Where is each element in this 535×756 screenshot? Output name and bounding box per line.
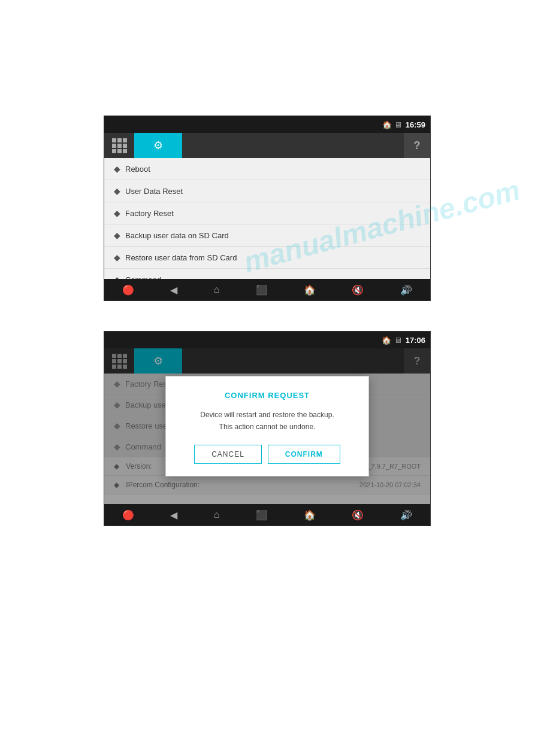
signal-icon-2: 🖥 xyxy=(394,336,402,345)
help-label-1: ? xyxy=(414,139,421,152)
recent-icon-2[interactable]: ⬛ xyxy=(256,509,268,521)
gear-icon-1: ⚙ xyxy=(153,139,163,152)
home-nav-icon-1[interactable]: ⌂ xyxy=(214,284,220,295)
dialog-title: CONFIRM REQUEST xyxy=(183,391,352,400)
status-bar-2: 🏠 🖥 17:06 xyxy=(104,332,430,348)
recent-icon-1[interactable]: ⬛ xyxy=(256,284,268,296)
back-icon-1[interactable]: ◀ xyxy=(170,284,177,296)
status-icons-2: 🏠 🖥 xyxy=(382,335,401,345)
time-display-1: 16:59 xyxy=(406,120,425,129)
menu-item-user-data-reset[interactable]: ◆ User Data Reset xyxy=(104,180,430,202)
toolbar-1: ⚙ ? xyxy=(104,133,430,158)
mute-icon-1[interactable]: 🔇 xyxy=(352,284,364,296)
menu-item-reboot[interactable]: ◆ Reboot xyxy=(104,158,430,180)
bullet-backup: ◆ xyxy=(114,230,120,240)
bullet-restore: ◆ xyxy=(114,253,120,262)
confirm-button[interactable]: CONFIRM xyxy=(268,445,340,464)
dialog-body: Device will restart and restore the back… xyxy=(183,409,352,432)
person-icon-1[interactable]: 🔴 xyxy=(122,284,134,296)
back-icon-2[interactable]: ◀ xyxy=(170,509,177,521)
menu-item-factory-reset[interactable]: ◆ Factory Reset xyxy=(104,202,430,224)
mute-icon-2[interactable]: 🔇 xyxy=(352,509,364,521)
tab-spacer-1 xyxy=(182,133,404,158)
cancel-button[interactable]: CANCEL xyxy=(194,445,262,464)
bullet-user-data-reset: ◆ xyxy=(114,186,120,196)
tab-grid-1[interactable] xyxy=(104,133,134,158)
screen1: 🏠 🖥 16:59 ⚙ ? ◆ Reboot ◆ User Data R xyxy=(104,116,431,301)
time-display-2: 17:06 xyxy=(406,336,425,345)
home-nav-icon-2[interactable]: ⌂ xyxy=(214,509,220,520)
dialog-body-line1: Device will restart and restore the back… xyxy=(200,411,334,419)
menu-item-label-backup: Backup user data on SD Card xyxy=(125,231,229,240)
confirm-dialog: CONFIRM REQUEST Device will restart and … xyxy=(165,376,369,476)
tab-settings-1[interactable]: ⚙ xyxy=(134,133,182,158)
bullet-factory-reset: ◆ xyxy=(114,208,120,218)
person-icon-2[interactable]: 🔴 xyxy=(122,509,134,521)
tab-help-1[interactable]: ? xyxy=(404,133,430,158)
home-icon-2: 🏠 xyxy=(382,336,391,345)
menu-item-label-user-data-reset: User Data Reset xyxy=(125,187,183,196)
screen2: 🏠 🖥 17:06 ⚙ ? ◆ Factory Reset ◆ Back xyxy=(104,331,431,526)
bottom-bar-2: 🔴 ◀ ⌂ ⬛ 🏠 🔇 🔊 xyxy=(104,504,430,526)
bottom-bar-1: 🔴 ◀ ⌂ ⬛ 🏠 🔇 🔊 xyxy=(104,279,430,300)
homefill-icon-1[interactable]: 🏠 xyxy=(304,284,316,296)
dialog-body-line2: This action cannot be undone. xyxy=(219,423,316,431)
menu-list-1: ◆ Reboot ◆ User Data Reset ◆ Factory Res… xyxy=(104,158,430,291)
menu-item-backup[interactable]: ◆ Backup user data on SD Card xyxy=(104,224,430,247)
bullet-reboot: ◆ xyxy=(114,164,120,174)
signal-icon-1: 🖥 xyxy=(394,120,402,129)
status-icons-1: 🏠 🖥 xyxy=(382,120,402,129)
dialog-overlay: CONFIRM REQUEST Device will restart and … xyxy=(104,348,430,504)
menu-item-label-factory-reset: Factory Reset xyxy=(125,209,174,218)
home-icon-1: 🏠 xyxy=(382,120,392,129)
menu-item-restore[interactable]: ◆ Restore user data from SD Card xyxy=(104,247,430,269)
homefill-icon-2[interactable]: 🏠 xyxy=(304,509,316,521)
status-bar-1: 🏠 🖥 16:59 xyxy=(104,116,430,133)
menu-item-label-restore: Restore user data from SD Card xyxy=(125,253,237,262)
volume-icon-2[interactable]: 🔊 xyxy=(400,509,412,521)
volume-icon-1[interactable]: 🔊 xyxy=(400,284,412,296)
menu-item-label-reboot: Reboot xyxy=(125,165,150,174)
dialog-buttons: CANCEL CONFIRM xyxy=(183,445,352,464)
